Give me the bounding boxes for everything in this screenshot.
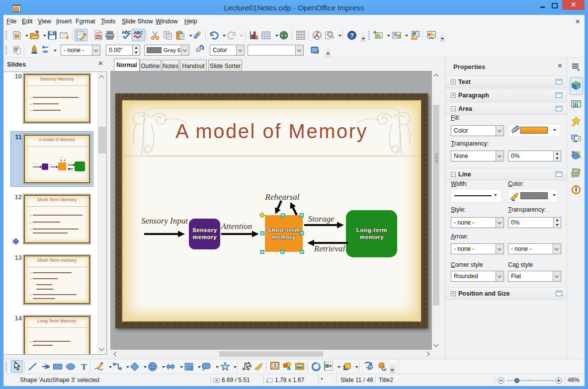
- svg-text:ABC: ABC: [134, 30, 143, 35]
- svg-text:A: A: [273, 363, 276, 368]
- svg-text:Storage: Storage: [308, 214, 335, 224]
- svg-text:Long-term: Long-term: [356, 227, 387, 233]
- svg-text:Short-term: Short-term: [268, 227, 300, 233]
- svg-text:memory: memory: [360, 234, 384, 240]
- svg-text:Retrieval: Retrieval: [314, 244, 345, 253]
- svg-text:PDF: PDF: [95, 36, 101, 39]
- svg-text:memory: memory: [193, 234, 217, 240]
- svg-text:Sensory: Sensory: [192, 227, 217, 233]
- svg-text:T: T: [81, 362, 87, 372]
- svg-text:memory: memory: [272, 234, 296, 240]
- svg-text:Attention: Attention: [221, 222, 252, 231]
- svg-text:Rehearsal: Rehearsal: [265, 192, 300, 202]
- svg-text:N: N: [576, 185, 577, 187]
- svg-text:?: ?: [350, 32, 354, 39]
- svg-text:Sensory Input: Sensory Input: [141, 216, 188, 226]
